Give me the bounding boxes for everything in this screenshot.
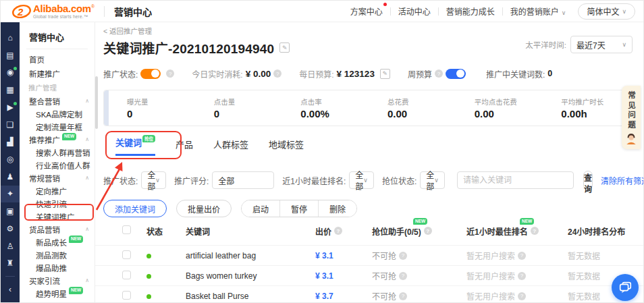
help-icon[interactable]: ? <box>518 292 526 300</box>
settings-gear-icon[interactable]: ⚙ <box>1 220 20 238</box>
sidebar-title: 营销中心 <box>20 22 95 49</box>
tab-products[interactable]: 产品 <box>176 138 193 156</box>
apps-grid-icon[interactable]: ▦ <box>1 81 20 99</box>
sidebar-group-product-marketing[interactable]: 货品营销∧ <box>20 223 95 236</box>
main-content: < 返回推广管理 关键词推广-20210120194940 ✎ 太平洋时间: 最… <box>95 22 643 302</box>
audience-icon[interactable]: ♟ <box>1 168 20 186</box>
sidebar-item-trend-star[interactable]: 趋势明星NEW <box>20 287 95 300</box>
faq-side-tab[interactable]: 常见问题 <box>622 86 641 149</box>
nav-activity-center[interactable]: 活动中心 <box>398 5 431 17</box>
help-icon[interactable]: ? <box>166 70 174 78</box>
sidebar-item-high-value-audience[interactable]: 行业高价值人群 <box>20 159 95 171</box>
badge-check-icon[interactable]: ◉ <box>1 63 20 81</box>
sidebar-group-integrated-marketing[interactable]: 整合营销∧ <box>20 94 95 107</box>
sidebar-item-quick-traffic[interactable]: 快速引流 <box>20 197 95 210</box>
keyword-cell: Bags women turkey <box>186 271 315 281</box>
bid-cell[interactable]: ¥ 3.7 <box>315 292 372 301</box>
keyword-cell: artificial leather bag <box>186 251 315 260</box>
start-button[interactable]: 启动 <box>242 200 279 217</box>
batch-bid-button[interactable]: 批量出价 <box>176 200 232 217</box>
sidebar-item-new-product-growth[interactable]: 新品成长NEW <box>20 236 95 248</box>
row-checkbox[interactable] <box>122 271 131 279</box>
notification-dot <box>14 102 17 105</box>
help-icon[interactable]: ? <box>518 272 526 280</box>
sidebar-item-home[interactable]: 首页 <box>20 52 95 66</box>
detail-tabs: 关键词抢位 产品 人群标签 地域标签 <box>115 136 324 156</box>
new-badge: NEW <box>520 218 534 225</box>
table-actions: 添加关键词 批量出价 启动 暂停 删除 <box>103 199 357 218</box>
help-icon[interactable]: ? <box>399 272 407 280</box>
pause-button[interactable]: 暂停 <box>279 200 318 217</box>
help-icon[interactable]: ? <box>518 252 526 260</box>
member-icon[interactable]: ♙ <box>1 238 20 255</box>
help-icon[interactable]: ? <box>399 252 407 260</box>
alibaba-logo[interactable]: 2 Alibaba.com® Global trade starts here.… <box>11 3 95 20</box>
tab-keywords[interactable]: 关键词抢位 <box>115 136 155 156</box>
weekly-budget-toggle[interactable] <box>446 69 466 79</box>
sidebar-group-recommend-promo[interactable]: 推荐推广NEW∧ <box>20 133 95 146</box>
sidebar-item-product-testing[interactable]: 测品测款 <box>20 248 95 261</box>
help-icon[interactable]: ? <box>531 227 539 235</box>
sidebar-group-regular-marketing[interactable]: 常规营销∧ <box>20 171 95 184</box>
tab-audience-tags[interactable]: 人群标签 <box>213 138 248 156</box>
home-icon[interactable]: ⌂ <box>1 29 20 47</box>
sidebar-item-keyword-promo[interactable]: 关键词推广 <box>20 210 95 223</box>
message-icon[interactable]: ❏ <box>1 116 20 134</box>
select-all-checkbox[interactable] <box>122 225 131 234</box>
video-promo-icon[interactable]: ▶ <box>1 99 20 116</box>
orders-icon[interactable]: ▣ <box>1 202 20 220</box>
chevron-up-icon: ∧ <box>85 277 89 283</box>
chevron-down-icon: ∨ <box>363 177 368 184</box>
sidebar-item-ska-brand[interactable]: SKA品牌定制 <box>20 107 95 120</box>
chevron-up-icon: ∧ <box>85 98 89 104</box>
back-link[interactable]: < 返回推广管理 <box>103 26 152 36</box>
collapse-sidebar-icon[interactable]: ‹ <box>1 281 20 298</box>
sidebar-group-buyer-traffic[interactable]: 买家引流∧ <box>20 274 95 287</box>
col-keyword: 关键词 <box>186 225 315 237</box>
sidebar-item-custom-traffic[interactable]: 定制流量年框 <box>20 120 95 133</box>
help-icon[interactable]: ? <box>399 292 407 300</box>
sidebar-item-new-campaign[interactable]: 新建推广 <box>20 66 95 80</box>
edit-budget-icon[interactable]: ✎ <box>380 69 390 79</box>
nav-my-account[interactable]: 我的营销账户∨ <box>510 5 566 17</box>
sidebar-item-search-retargeting[interactable]: 搜索人群再营销 <box>20 146 95 159</box>
bank-icon[interactable]: ♜ <box>1 255 20 273</box>
sidebar-item-hot-product-boost[interactable]: 爆品助推 <box>20 261 95 274</box>
filter-promo-score-input[interactable] <box>212 171 274 189</box>
promotion-icon[interactable]: ✦ <box>1 186 20 203</box>
tab-region-tags[interactable]: 地域标签 <box>269 138 304 156</box>
help-icon[interactable]: ? <box>273 70 281 78</box>
sidebar-item-targeted-promo[interactable]: 定向推广 <box>20 184 95 197</box>
nav-plan-center[interactable]: 方案中心 <box>350 5 383 17</box>
language-select[interactable]: 简体中文∨ <box>578 3 635 20</box>
location-icon[interactable]: ◎ <box>1 150 20 168</box>
bid-cell[interactable]: ¥ 3.1 <box>315 251 372 260</box>
filter-promo-status-select[interactable]: 全部∨ <box>141 171 166 189</box>
edit-title-icon[interactable]: ✎ <box>279 43 290 53</box>
delete-button[interactable]: 删除 <box>318 200 356 217</box>
bid-cell[interactable]: ¥ 3.1 <box>315 271 372 281</box>
chevron-up-icon: ∧ <box>85 226 89 232</box>
scrollbar-thumb[interactable] <box>95 76 98 129</box>
help-icon[interactable]: ? <box>435 70 443 78</box>
sidebar-item-new-buyer-traffic[interactable]: 新买家引流 <box>20 300 95 302</box>
best-rank-cell: 暂无用户搜索? <box>466 250 568 261</box>
chat-support-button[interactable] <box>612 274 639 301</box>
filter-grab-status-select[interactable]: 全部∨ <box>420 171 445 189</box>
promo-status-toggle[interactable] <box>140 69 161 79</box>
storefront-icon[interactable]: ▤ <box>1 47 20 64</box>
row-checkbox[interactable] <box>122 250 131 259</box>
grab-badge: 抢位 <box>142 135 155 142</box>
filter-best-rank-select[interactable]: 全部∨ <box>349 171 374 189</box>
add-keyword-button[interactable]: 添加关键词 <box>103 200 167 217</box>
help-icon[interactable]: ? <box>334 227 342 235</box>
nav-marketing-growth[interactable]: 营销能力成长 <box>446 5 495 17</box>
help-icon[interactable]: ? <box>424 227 432 235</box>
brand-name: Alibaba.com® <box>33 3 95 14</box>
date-range-select[interactable]: 最近7天∨ <box>570 36 633 53</box>
clear-filters-link[interactable]: 清除所有筛选 <box>601 175 643 186</box>
keyword-search-input[interactable] <box>457 171 574 189</box>
analytics-icon[interactable]: ▟ <box>1 133 20 150</box>
row-checkbox[interactable] <box>122 291 131 300</box>
search-button[interactable]: 查询 <box>583 171 593 190</box>
